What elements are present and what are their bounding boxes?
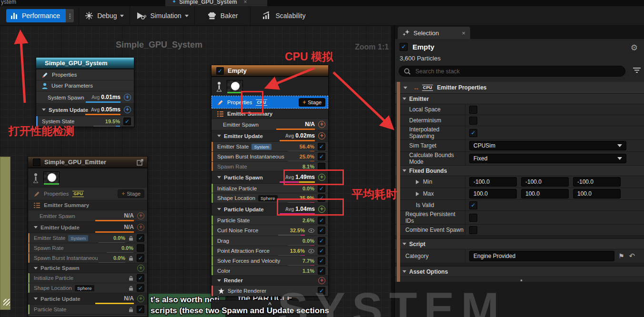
module-checkbox[interactable]: ✓ <box>318 237 325 245</box>
tab-partial[interactable]: ystem <box>1 0 16 5</box>
comment-box-partial[interactable] <box>0 157 10 310</box>
user-parameters-row[interactable]: User Parameters <box>36 80 134 91</box>
collapse-arrow-icon[interactable] <box>34 226 38 228</box>
add-stage-button[interactable]: +Stage <box>299 98 325 107</box>
collapse-arrow-icon[interactable] <box>402 243 406 245</box>
collapse-arrow-icon[interactable] <box>217 279 221 282</box>
min-z-field[interactable]: -100.0 <box>573 177 621 187</box>
module-checkbox[interactable]: ✓ <box>318 227 325 234</box>
expand-arrow-icon[interactable] <box>416 180 419 184</box>
tab-close-icon[interactable]: × <box>244 0 247 5</box>
gpu-emitter-state-row[interactable]: Emitter State System 0.0% ✓ <box>28 233 147 243</box>
collapse-arrow-icon[interactable] <box>42 109 46 111</box>
determinism-checkbox[interactable] <box>469 117 477 125</box>
system-properties-row[interactable]: Properties <box>36 69 134 80</box>
module-checkbox[interactable] <box>137 244 144 252</box>
min-x-field[interactable]: -100.0 <box>469 177 517 187</box>
asset-options-section-header[interactable]: Asset Options <box>395 267 644 277</box>
empty-point-attraction-row[interactable]: Point Attraction Force 13.6% ✓ <box>211 246 328 256</box>
system-node[interactable]: Simple_GPU_System Properties User Parame… <box>36 57 134 127</box>
collapse-arrow-icon[interactable] <box>402 270 406 273</box>
interpolated-spawning-checkbox[interactable]: ✓ <box>469 129 477 137</box>
empty-spawn-burst-row[interactable]: Spawn Burst Instantaneous 25.0% ✓ <box>211 151 328 161</box>
system-spawn-row[interactable]: System Spawn Avg0.01ms + <box>36 91 134 103</box>
local-space-checkbox[interactable] <box>469 106 477 114</box>
empty-emitter-update-row[interactable]: Emitter Update Avg0.02ms + <box>211 130 328 141</box>
empty-drag-row[interactable]: Drag 0.0% ✓ <box>211 236 328 246</box>
collapse-arrow-icon[interactable] <box>402 169 406 172</box>
debug-button[interactable]: Debug <box>79 6 130 26</box>
max-z-field[interactable]: 100.0 <box>573 189 621 198</box>
combine-event-spawn-checkbox[interactable] <box>469 226 477 234</box>
emitter-enabled-checkbox[interactable] <box>33 158 40 166</box>
add-module-icon[interactable]: + <box>318 132 325 139</box>
module-checkbox[interactable]: ✓ <box>318 143 325 150</box>
empty-node-header[interactable]: ✓ Empty <box>211 65 328 77</box>
performance-options-button[interactable]: ⋮ <box>66 9 74 22</box>
gpu-particle-update-row[interactable]: Particle Update N/A + <box>28 293 147 304</box>
calculate-bounds-dropdown[interactable]: Fixed <box>469 154 626 163</box>
module-checkbox[interactable]: ✓ <box>318 185 325 192</box>
empty-emitter-state-row[interactable]: Emitter State System 56.4% ✓ <box>211 141 328 151</box>
module-checkbox[interactable]: ✓ <box>318 267 325 275</box>
gpu-particle-state-row[interactable]: Particle State ✓ <box>28 304 147 314</box>
collapse-arrow-icon[interactable] <box>34 297 38 300</box>
renderer-thumbnail[interactable] <box>43 171 60 185</box>
collapse-arrow-icon[interactable] <box>34 267 38 269</box>
add-module-icon[interactable]: + <box>318 121 325 128</box>
add-stage-button[interactable]: +Stage <box>118 189 144 198</box>
gpu-emitter-node[interactable]: Simple_GPU_Emitter Properties GPU +Stage… <box>28 156 148 317</box>
empty-particle-state-row[interactable]: Particle State 2.6% ✓ <box>211 215 328 225</box>
add-module-icon[interactable]: + <box>137 224 144 231</box>
emitter-properties-header[interactable]: ↔ CPU Emitter Properties <box>395 82 644 94</box>
module-checkbox[interactable]: ✓ <box>137 284 144 292</box>
max-x-field[interactable]: 100.0 <box>469 189 517 198</box>
search-input[interactable] <box>414 68 620 75</box>
revert-icon[interactable]: ↶ <box>629 252 635 260</box>
collapse-arrow-icon[interactable] <box>217 208 221 210</box>
min-y-field[interactable]: -100.0 <box>521 177 569 187</box>
selected-emitter-checkbox[interactable]: ✓ <box>400 43 408 51</box>
empty-color-row[interactable]: Color 1.1% ✓ <box>211 266 328 275</box>
selection-tab[interactable]: Selection × <box>398 27 470 39</box>
gpu-emitter-spawn-row[interactable]: Emitter Spawn N/A + <box>28 210 147 221</box>
collapse-arrow-icon[interactable] <box>217 176 221 178</box>
empty-curl-noise-row[interactable]: Curl Noise Force 32.5% ✓ <box>211 225 328 236</box>
system-state-checkbox[interactable]: ✓ <box>123 118 131 125</box>
max-y-field[interactable]: 100.0 <box>521 189 569 198</box>
renderer-thumbnail[interactable] <box>227 80 243 93</box>
collapse-arrow-icon[interactable] <box>402 98 406 100</box>
close-icon[interactable]: × <box>462 30 465 37</box>
module-checkbox[interactable]: ✓ <box>318 247 325 255</box>
collapse-arrow-icon[interactable] <box>403 87 407 89</box>
empty-emitter-summary-row[interactable]: Emitter Summary <box>211 109 328 119</box>
gpu-spawn-rate-row[interactable]: Spawn Rate 0.0% <box>28 243 147 253</box>
gpu-spawn-burst-row[interactable]: Spawn Burst Instantaneous 0.0% ✓ <box>28 253 147 263</box>
baker-button[interactable]: Baker <box>201 6 244 26</box>
add-module-icon[interactable]: + <box>137 295 144 302</box>
empty-solve-forces-row[interactable]: Solve Forces and Velocity 7.7% ✓ <box>211 256 328 266</box>
gpu-particle-spawn-row[interactable]: Particle Spawn + <box>28 263 147 273</box>
category-field[interactable]: Engine Provided <box>469 251 614 261</box>
simulation-button[interactable]: Simulation <box>130 6 194 26</box>
requires-persistent-ids-checkbox[interactable] <box>469 214 477 222</box>
module-checkbox[interactable]: ✓ <box>318 217 325 224</box>
gear-icon[interactable]: ⚙ <box>631 43 638 53</box>
open-emitter-icon[interactable] <box>137 159 143 166</box>
add-module-icon[interactable]: + <box>137 212 144 219</box>
gpu-shape-location-row[interactable]: Shape Location Sphere ✓ <box>28 283 147 293</box>
module-checkbox[interactable]: ✓ <box>137 306 144 313</box>
module-checkbox[interactable]: ✓ <box>137 234 144 242</box>
performance-button[interactable]: Performance <box>6 9 66 22</box>
sim-target-dropdown[interactable]: CPUSim <box>469 141 626 150</box>
add-module-icon[interactable]: + <box>137 265 144 272</box>
gpu-emitter-summary-row[interactable]: Emitter Summary <box>28 200 147 210</box>
emitter-enabled-checkbox[interactable]: ✓ <box>216 67 224 75</box>
module-checkbox[interactable]: ✓ <box>318 257 325 265</box>
eye-icon[interactable] <box>308 228 314 233</box>
graph-vertical-scrollbar[interactable] <box>391 26 394 317</box>
flag-icon[interactable]: ⚑ <box>618 252 624 260</box>
system-node-header[interactable]: Simple_GPU_System <box>36 58 134 69</box>
system-update-row[interactable]: System Update Avg0.05ms + <box>36 103 134 116</box>
gpu-initialize-particle-row[interactable]: Initialize Particle ✓ <box>28 273 147 283</box>
